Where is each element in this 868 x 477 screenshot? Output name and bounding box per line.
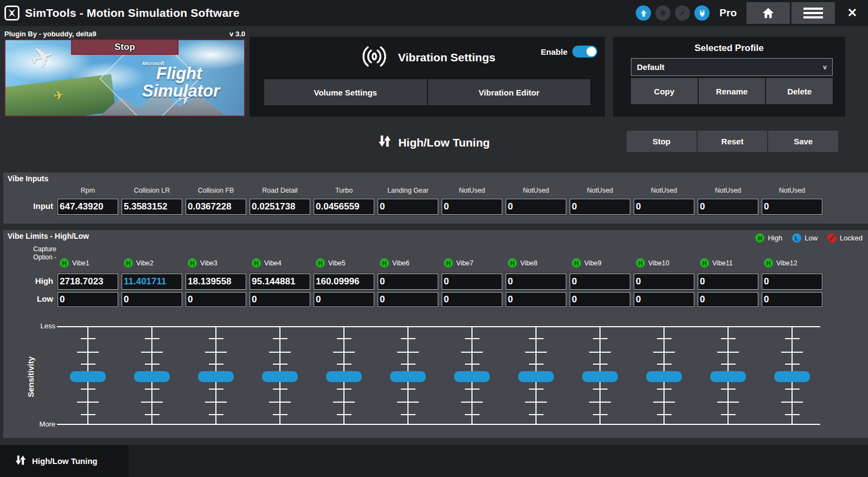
vibe-low-field[interactable]: 0 (58, 292, 118, 307)
capture-high-badge-icon[interactable]: H (444, 258, 453, 268)
delete-button[interactable]: Delete (766, 78, 833, 104)
stop-button[interactable]: Stop (627, 131, 697, 152)
plugin-stop-button[interactable]: Stop (71, 40, 178, 55)
vibe-input-field[interactable]: 5.3583152 (122, 199, 182, 215)
vibe-input-field[interactable]: 0.0251738 (250, 199, 310, 215)
high-badge-icon: H (755, 233, 764, 243)
vibe-input-field[interactable]: 0 (762, 199, 822, 215)
capture-option-cell: HVibe3 (186, 258, 246, 268)
vibe-input-field[interactable]: 0 (506, 199, 566, 215)
vibe-input-field[interactable]: 0.0367228 (186, 199, 246, 215)
plugin-header: Plugin By - yobuddy, delta9 v 3.0 (4, 30, 245, 39)
vibe-low-field[interactable]: 0 (122, 292, 182, 307)
slider-tick (81, 338, 95, 339)
vibe-low-field[interactable]: 0 (314, 292, 374, 307)
tab-highlow-tuning[interactable]: High/Low Tuning (0, 445, 129, 477)
sensitivity-slider-handle[interactable] (262, 371, 298, 382)
vibe-input-field[interactable]: 647.43920 (58, 199, 118, 215)
sensitivity-slider-handle[interactable] (582, 371, 618, 382)
capture-high-badge-icon[interactable]: H (380, 258, 389, 268)
sensitivity-slider-handle[interactable] (70, 371, 106, 382)
vibe-low-field[interactable]: 0 (442, 292, 502, 307)
vibration-editor-button[interactable]: Vibration Editor (428, 79, 591, 105)
vibe-high-field[interactable]: 0 (634, 274, 694, 290)
capture-high-badge-icon[interactable]: H (188, 258, 197, 268)
slider-tick (145, 364, 159, 365)
vibe-high-field[interactable]: 0 (762, 274, 822, 290)
vibe-high-field[interactable]: 0 (698, 274, 758, 290)
capture-high-badge-icon[interactable]: H (252, 258, 261, 268)
vibe-low-field[interactable]: 0 (506, 292, 566, 307)
tab-label: High/Low Tuning (32, 456, 98, 466)
vibe-high-field[interactable]: 18.139558 (186, 274, 246, 290)
capture-high-badge-icon[interactable]: H (572, 258, 581, 268)
sensitivity-slider-handle[interactable] (646, 371, 682, 382)
save-button[interactable]: Save (768, 131, 838, 152)
vibe-input-field[interactable]: 0.0456559 (314, 199, 374, 215)
vibe-input-field[interactable]: 0 (378, 199, 438, 215)
slider-tick (209, 364, 224, 365)
vibe-high-field[interactable]: 160.09996 (314, 274, 374, 290)
vibe-input-field[interactable]: 0 (570, 199, 630, 215)
home-button[interactable] (746, 2, 790, 24)
sensitivity-slider-handle[interactable] (518, 371, 554, 382)
sensitivity-slider-handle[interactable] (710, 371, 746, 382)
vibe-input-field[interactable]: 0 (442, 199, 502, 215)
vibe-high-field[interactable]: 0 (506, 274, 566, 290)
vibe-channel-name: Vibe4 (264, 259, 282, 267)
capture-high-badge-icon[interactable]: H (636, 258, 645, 268)
vibe-high-field[interactable]: 0 (378, 274, 438, 290)
slider-tick (81, 414, 95, 415)
capture-option-cell: HVibe2 (122, 258, 182, 268)
capture-high-badge-icon[interactable]: H (508, 258, 517, 268)
sensitivity-slider (122, 326, 182, 425)
rename-button[interactable]: Rename (699, 78, 765, 104)
capture-high-badge-icon[interactable]: H (316, 258, 325, 268)
vibe-low-field[interactable]: 0 (378, 292, 438, 307)
profile-select[interactable]: Default v (631, 58, 833, 76)
slider-tick (401, 338, 416, 339)
sensitivity-slider (506, 326, 566, 425)
vibe-input-field[interactable]: 0 (634, 199, 694, 215)
vibe-high-field[interactable]: 11.401711 (122, 274, 182, 290)
slider-tick (717, 352, 739, 353)
capture-high-badge-icon[interactable]: H (764, 258, 773, 268)
sensitivity-slider-handle[interactable] (198, 371, 234, 382)
vibe-low-field[interactable]: 0 (634, 292, 694, 307)
slider-tick (337, 338, 352, 339)
update-icon[interactable] (636, 5, 651, 21)
sensitivity-slider-handle[interactable] (134, 371, 170, 382)
vibe-low-field[interactable]: 0 (250, 292, 310, 307)
vibe-low-field[interactable]: 0 (186, 292, 246, 307)
burst-icon[interactable] (655, 5, 671, 21)
sensitivity-slider-handle[interactable] (390, 371, 426, 382)
close-button[interactable]: ✕ (837, 2, 868, 24)
copy-button[interactable]: Copy (631, 78, 698, 104)
vibe-low-field[interactable]: 0 (570, 292, 630, 307)
vibe-high-field[interactable]: 95.144881 (250, 274, 310, 290)
sensitivity-slider-handle[interactable] (454, 371, 490, 382)
enable-toggle[interactable] (572, 46, 597, 58)
vibe-low-field[interactable]: 0 (762, 292, 822, 307)
slider-tick (525, 402, 547, 403)
capture-high-badge-icon[interactable]: H (60, 258, 69, 268)
sensitivity-slider-handle[interactable] (774, 371, 810, 382)
vibe-low-field[interactable]: 0 (698, 292, 758, 307)
menu-button[interactable] (792, 2, 835, 24)
vibe-high-field[interactable]: 0 (570, 274, 630, 290)
sensitivity-slider-handle[interactable] (326, 371, 362, 382)
slider-tick (465, 364, 480, 365)
capture-option-cell: HVibe10 (634, 258, 694, 268)
volume-settings-button[interactable]: Volume Settings (264, 79, 427, 105)
sensitivity-slider (442, 326, 502, 425)
capture-high-badge-icon[interactable]: H (124, 258, 133, 268)
vibe-channel-name: Vibe10 (648, 259, 669, 267)
vibe-high-field[interactable]: 0 (442, 274, 502, 290)
vibe-input-field[interactable]: 0 (698, 199, 758, 215)
vibe-high-field[interactable]: 2718.7023 (58, 274, 118, 290)
capture-high-badge-icon[interactable]: H (700, 258, 709, 268)
edit-icon[interactable] (675, 5, 690, 21)
reset-button[interactable]: Reset (698, 131, 768, 152)
plugin-icon[interactable] (694, 5, 710, 21)
plugin-panel: Plugin By - yobuddy, delta9 v 3.0 ✈ ✈ ✈ … (4, 30, 245, 117)
